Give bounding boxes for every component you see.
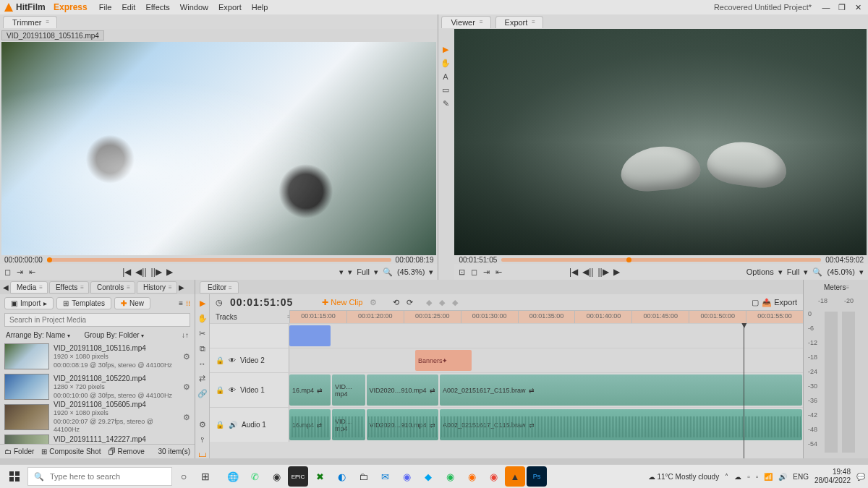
track-v3-header[interactable] xyxy=(210,324,289,348)
frame-fwd-icon[interactable]: ||▶ xyxy=(151,267,162,277)
app-epic[interactable]: EPIC xyxy=(288,466,308,487)
volume-icon[interactable]: 🔊 xyxy=(778,473,787,481)
timeline-audio-clip[interactable]: VID2020…910.mp4⇄ xyxy=(367,409,438,440)
tray-expand-icon[interactable]: ˄ xyxy=(725,473,728,481)
menu-file[interactable]: File xyxy=(99,3,112,12)
viewer-scrubber[interactable] xyxy=(501,258,821,262)
timeline-timecode[interactable]: 00:01:51:05 xyxy=(230,296,293,308)
trimmer-tab[interactable]: Trimmer≡ xyxy=(3,16,57,28)
settings-icon[interactable]: ⚙ xyxy=(199,420,206,429)
wifi-icon[interactable]: 📶 xyxy=(764,473,773,481)
app-discord[interactable]: ◉ xyxy=(396,466,417,487)
lock-icon[interactable]: 🔒 xyxy=(216,386,224,394)
app-hitfilm[interactable]: ▲ xyxy=(505,466,525,487)
snap-icon[interactable]: ⧉ xyxy=(200,344,205,354)
play-icon[interactable]: ▶ xyxy=(166,267,173,277)
track-a1-header[interactable]: 🔒🔊Audio 1 xyxy=(210,408,289,442)
media-item[interactable]: VID_20191108_105220.mp41280 × 720 pixels… xyxy=(0,372,195,402)
language-indicator[interactable]: ENG xyxy=(793,473,809,481)
timeline-clip[interactable]: 16.mp4⇄ xyxy=(289,374,331,406)
menu-export[interactable]: Export xyxy=(218,3,242,12)
viewer-quality[interactable]: Full xyxy=(787,267,800,276)
pen-tool-icon[interactable]: ✎ xyxy=(443,99,449,108)
arrange-by-dropdown[interactable]: Name xyxy=(46,331,70,339)
app-xbox[interactable]: ✖ xyxy=(310,466,330,487)
new-composite-button[interactable]: ⊞ Composite Shot xyxy=(41,448,101,455)
timeline-clip[interactable]: VID…mp4 xyxy=(332,374,365,406)
timeline-clip[interactable]: A002_02151617_C115.braw⇄ xyxy=(440,374,802,406)
panel-next-icon[interactable]: ▶ xyxy=(179,283,184,291)
marker-next-icon[interactable]: ◆ xyxy=(452,298,458,307)
timeline-clip-banners[interactable]: Banners ✦ xyxy=(415,350,472,371)
timeline-ruler[interactable]: 00:01:15:00 00:01:20:00 00:01:25:00 00:0… xyxy=(289,310,803,323)
viewer-tab[interactable]: Viewer≡ xyxy=(441,16,490,28)
app-explorer[interactable]: 🗀 xyxy=(353,466,373,487)
timeline-tracks[interactable]: 🔒👁Video 2 Banners ✦ 🔒👁Video 1 16.mp4⇄ VI… xyxy=(210,323,803,458)
text-tool-icon[interactable]: A xyxy=(443,72,448,81)
tab-effects[interactable]: Effects≡ xyxy=(49,281,89,294)
hand-tool-icon[interactable]: ✋ xyxy=(197,314,208,323)
minimize-button[interactable]: — xyxy=(820,3,832,12)
tab-media[interactable]: Media≡ xyxy=(10,281,48,294)
onedrive-icon[interactable]: ☁ xyxy=(734,473,741,481)
cortana-icon[interactable]: ○ xyxy=(174,466,194,487)
clip-settings-icon[interactable]: ⚙ xyxy=(370,298,377,307)
task-view-icon[interactable]: ⊞ xyxy=(195,466,216,487)
search-icon[interactable]: 🔍 xyxy=(383,267,393,277)
export-tab[interactable]: Export≡ xyxy=(495,16,543,28)
visibility-icon[interactable]: 👁 xyxy=(229,356,236,364)
loop-icon[interactable]: ◻ xyxy=(471,267,477,277)
track-v2-header[interactable]: 🔒👁Video 2 xyxy=(210,348,289,372)
marker-prev-icon[interactable]: ◆ xyxy=(426,298,432,307)
new-clip-button[interactable]: ✚ New Clip xyxy=(322,298,362,307)
hand-tool-icon[interactable]: ✋ xyxy=(441,59,451,68)
app-app1[interactable]: ◆ xyxy=(418,466,438,487)
frame-back-icon[interactable]: ◀|| xyxy=(135,267,146,277)
media-search-input[interactable] xyxy=(4,313,190,327)
timeline-audio-clip[interactable]: A002_02151617_C115.braw⇄ xyxy=(440,409,802,440)
notifications-icon[interactable]: 💬 xyxy=(856,473,865,481)
loop-icon[interactable]: ◻ xyxy=(4,267,11,277)
media-item[interactable]: VID_20191111_142227.mp41920 × 1080 pixel… xyxy=(0,432,195,444)
timeline-audio-clip[interactable]: 16.mp4⇄ xyxy=(289,409,331,440)
app-mail[interactable]: ✉ xyxy=(375,466,395,487)
slice-tool-icon[interactable]: ✂ xyxy=(199,329,205,338)
app-photoshop[interactable]: Ps xyxy=(527,466,547,487)
group-by-dropdown[interactable]: Folder xyxy=(119,331,144,339)
lock-icon[interactable]: 🔒 xyxy=(216,421,224,429)
tab-history[interactable]: History≡ xyxy=(137,281,177,294)
grid-view-icon[interactable]: ⁞⁞ xyxy=(186,299,190,307)
new-folder-button[interactable]: 🗀 Folder xyxy=(4,448,34,455)
options-icon[interactable]: ⫯ xyxy=(200,435,205,444)
gear-icon[interactable]: ⚙ xyxy=(183,352,190,361)
menu-effects[interactable]: Effects xyxy=(145,3,169,12)
trimmer-scrubber[interactable] xyxy=(47,258,391,262)
taskbar-clock[interactable]: 19:48 28/04/2022 xyxy=(814,468,851,485)
set-out-icon[interactable]: ▾ xyxy=(348,267,352,277)
app-steam[interactable]: ◉ xyxy=(266,466,286,487)
mute-icon[interactable]: 🔊 xyxy=(229,421,237,429)
media-item[interactable]: VID_20191108_105116.mp41920 × 1080 pixel… xyxy=(0,341,195,372)
redo-icon[interactable]: ⟳ xyxy=(407,298,413,307)
visibility-icon[interactable]: 👁 xyxy=(229,386,236,394)
taskbar-search[interactable]: 🔍Type here to search xyxy=(27,467,172,486)
list-view-icon[interactable]: ≡ xyxy=(179,299,183,307)
new-button[interactable]: ✚New xyxy=(114,297,150,309)
media-list[interactable]: VID_20191108_105116.mp41920 × 1080 pixel… xyxy=(0,341,195,444)
ripple-icon[interactable]: ↔ xyxy=(198,359,206,368)
play-icon[interactable]: ▶ xyxy=(613,267,620,277)
playhead[interactable] xyxy=(744,323,744,458)
trimmer-zoom[interactable]: (45.3%) xyxy=(397,267,425,276)
gear-icon[interactable]: ⚙ xyxy=(183,413,190,422)
trimmer-quality[interactable]: Full xyxy=(357,267,370,276)
menu-edit[interactable]: Edit xyxy=(122,3,135,12)
set-in-icon[interactable]: ▾ xyxy=(339,267,344,277)
out-point-icon[interactable]: ⇤ xyxy=(495,267,502,277)
track-v1-header[interactable]: 🔒👁Video 1 xyxy=(210,373,289,407)
meters-tab[interactable]: Meters xyxy=(824,283,846,291)
panel-prev-icon[interactable]: ◀ xyxy=(3,283,9,291)
goto-start-icon[interactable]: |◀ xyxy=(122,267,131,277)
select-tool-icon[interactable]: ▶ xyxy=(200,299,205,308)
in-point-icon[interactable]: ⇥ xyxy=(17,267,23,277)
app-spotify[interactable]: ◉ xyxy=(440,466,460,487)
